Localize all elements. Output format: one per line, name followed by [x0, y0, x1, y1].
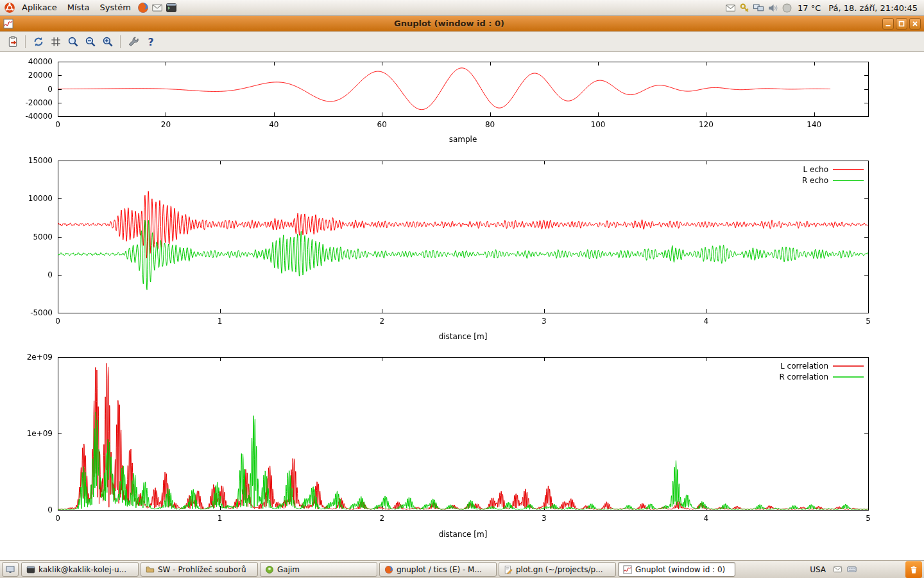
terminal-icon [26, 565, 35, 574]
titlebar[interactable]: Gnuplot (window id : 0) [0, 16, 924, 31]
taskbar-item-file-browser[interactable]: SW - Prohlížeč souborů [141, 562, 258, 577]
text-editor-icon [503, 565, 513, 574]
mail-icon [151, 2, 163, 13]
show-desktop-button[interactable] [2, 562, 19, 577]
panel-left: Aplikace Místa Systém [3, 0, 178, 15]
mail-notification-icon[interactable] [723, 0, 737, 15]
panel-right: 17 °C Pá, 18. září, 21:40:45 [723, 0, 921, 15]
firefox-icon [384, 565, 393, 574]
toolbar-separator [120, 35, 121, 48]
magnifier-icon [67, 36, 79, 48]
ubuntu-logo-icon [4, 2, 15, 13]
close-icon [912, 21, 918, 27]
firefox-launcher[interactable] [136, 0, 150, 15]
gnuplot-window-icon [3, 19, 13, 29]
gnuplot-icon [622, 565, 632, 574]
taskbar-spacer [861, 569, 901, 570]
gnuplot-toolbar: ? [0, 31, 924, 52]
volume-icon[interactable] [766, 0, 780, 15]
svg-text:?: ? [148, 36, 153, 48]
minimize-icon [885, 21, 891, 27]
task-label: SW - Prohlížeč souborů [158, 565, 246, 574]
trash-button[interactable] [905, 561, 922, 578]
minimize-button[interactable] [882, 18, 894, 30]
trash-icon [909, 565, 919, 575]
file-manager-icon [145, 565, 155, 574]
temperature-label[interactable]: 17 °C [794, 3, 825, 13]
keyboard-layout-indicator[interactable]: USA [807, 565, 828, 574]
keyboard-applet-icon[interactable] [847, 565, 857, 574]
taskbar-item-gajim[interactable]: Gajim [260, 562, 377, 577]
grid-icon [50, 36, 62, 48]
taskbar-item-firefox[interactable]: gnuplot / tics (E) - M... [379, 562, 497, 577]
close-button[interactable] [909, 18, 921, 30]
copy-icon [7, 36, 19, 48]
task-label: Gnuplot (window id : 0) [635, 565, 725, 574]
magnifier-plus-icon [102, 36, 114, 48]
replot-button[interactable] [30, 33, 47, 50]
remote-desktop-icon[interactable] [751, 0, 766, 15]
zoom-region-button[interactable] [64, 33, 81, 50]
desktop: Aplikace Místa Systém [0, 0, 924, 578]
weather-icon[interactable] [780, 0, 794, 15]
copy-to-clipboard-button[interactable] [4, 33, 21, 50]
task-label: plot.gn (~/projects/p... [516, 565, 603, 574]
task-label: gnuplot / tics (E) - M... [397, 565, 482, 574]
refresh-icon [33, 36, 44, 48]
taskbar-item-terminal[interactable]: kaklik@kaklik-kolej-u... [21, 562, 139, 577]
maximize-icon [898, 21, 905, 27]
echo-chart-canvas[interactable] [0, 148, 924, 349]
taskbar-item-gnuplot[interactable]: Gnuplot (window id : 0) [618, 562, 735, 577]
keyring-icon[interactable] [737, 0, 751, 15]
wrench-icon [128, 36, 139, 48]
maximize-button[interactable] [896, 18, 907, 30]
toolbar-separator [25, 35, 26, 48]
menu-places[interactable]: Místa [62, 0, 95, 15]
taskbar-item-editor[interactable]: plot.gn (~/projects/p... [499, 562, 616, 577]
waveform-chart-canvas[interactable] [0, 52, 924, 148]
window-controls [882, 18, 921, 30]
terminal-launcher[interactable] [164, 0, 178, 15]
task-label: kaklik@kaklik-kolej-u... [38, 565, 126, 574]
configure-button[interactable] [124, 33, 142, 50]
help-button[interactable]: ? [142, 33, 159, 50]
mail-launcher[interactable] [150, 0, 164, 15]
plot-area [0, 52, 924, 560]
help-icon: ? [145, 36, 157, 48]
correlation-chart-canvas[interactable] [0, 349, 924, 549]
distro-menu-icon[interactable] [3, 0, 17, 15]
window-title: Gnuplot (window id : 0) [16, 19, 882, 28]
magnifier-minus-icon [85, 36, 96, 48]
gajim-icon [264, 565, 274, 574]
menu-system[interactable]: Systém [94, 0, 135, 15]
grid-toggle-button[interactable] [47, 33, 64, 50]
gnuplot-window: Gnuplot (window id : 0) [0, 16, 924, 560]
firefox-icon [137, 2, 149, 13]
task-button-list: kaklik@kaklik-kolej-u... SW - Prohlížeč … [21, 562, 735, 577]
show-desktop-icon [5, 565, 15, 575]
gnome-top-panel: Aplikace Místa Systém [0, 0, 924, 16]
taskbar: kaklik@kaklik-kolej-u... SW - Prohlížeč … [0, 560, 924, 578]
task-label: Gajim [277, 565, 300, 574]
taskbar-right: USA [807, 561, 922, 578]
clock[interactable]: Pá, 18. září, 21:40:45 [825, 3, 921, 13]
mail-applet-icon[interactable] [833, 565, 843, 574]
menu-applications[interactable]: Aplikace [17, 0, 62, 15]
zoom-previous-button[interactable] [81, 33, 99, 50]
zoom-next-button[interactable] [99, 33, 116, 50]
terminal-icon [166, 2, 177, 13]
